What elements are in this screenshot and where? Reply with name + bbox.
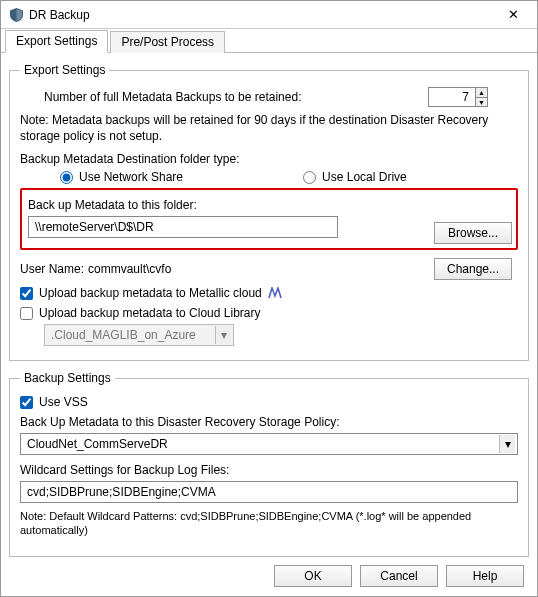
retain-label: Number of full Metadata Backups to be re…	[44, 90, 301, 104]
radio-network-share-input[interactable]	[60, 171, 73, 184]
backup-folder-label: Back up Metadata to this folder:	[28, 198, 197, 212]
wildcard-input[interactable]	[20, 481, 518, 503]
close-button[interactable]: ✕	[493, 2, 533, 28]
backup-folder-input[interactable]	[28, 216, 338, 238]
radio-local-drive[interactable]: Use Local Drive	[303, 170, 407, 184]
help-button[interactable]: Help	[446, 565, 524, 587]
cloud-library-combo-value: .Cloud_MAGLIB_on_Azure	[51, 328, 196, 342]
retain-input[interactable]	[429, 88, 475, 106]
retain-spin-down[interactable]: ▼	[475, 97, 487, 106]
checkbox-use-vss[interactable]: Use VSS	[20, 395, 88, 409]
checkbox-metallic-label: Upload backup metadata to Metallic cloud	[39, 286, 262, 300]
app-icon	[9, 8, 23, 22]
tab-export-settings[interactable]: Export Settings	[5, 30, 108, 53]
chevron-down-icon[interactable]: ▾	[499, 435, 515, 453]
wildcard-note: Note: Default Wildcard Patterns: cvd;SID…	[20, 509, 518, 538]
dialog-button-bar: OK Cancel Help	[4, 559, 534, 593]
retain-spinner[interactable]: ▲ ▼	[428, 87, 488, 107]
checkbox-cloud-library-input[interactable]	[20, 307, 33, 320]
tabbar: Export Settings Pre/Post Process	[1, 29, 537, 53]
export-settings-group: Export Settings Number of full Metadata …	[9, 63, 529, 361]
export-settings-legend: Export Settings	[20, 63, 109, 77]
checkbox-metallic[interactable]: Upload backup metadata to Metallic cloud	[20, 286, 262, 300]
radio-network-share-label: Use Network Share	[79, 170, 183, 184]
cancel-button[interactable]: Cancel	[360, 565, 438, 587]
ok-button[interactable]: OK	[274, 565, 352, 587]
checkbox-cloud-library-label: Upload backup metadata to Cloud Library	[39, 306, 260, 320]
tab-pre-post-process[interactable]: Pre/Post Process	[110, 31, 225, 53]
backup-settings-group: Backup Settings Use VSS Back Up Metadata…	[9, 371, 529, 557]
metallic-icon	[268, 287, 284, 299]
cloud-library-combo: .Cloud_MAGLIB_on_Azure ▾	[44, 324, 234, 346]
username-value: commvault\cvfo	[88, 262, 171, 276]
window-title: DR Backup	[29, 8, 493, 22]
policy-label: Back Up Metadata to this Disaster Recove…	[20, 415, 339, 429]
policy-combo-value: CloudNet_CommServeDR	[27, 437, 168, 451]
titlebar: DR Backup ✕	[1, 1, 537, 29]
radio-local-drive-input[interactable]	[303, 171, 316, 184]
checkbox-use-vss-label: Use VSS	[39, 395, 88, 409]
checkbox-metallic-input[interactable]	[20, 287, 33, 300]
dest-type-label: Backup Metadata Destination folder type:	[20, 152, 239, 166]
checkbox-use-vss-input[interactable]	[20, 396, 33, 409]
radio-local-drive-label: Use Local Drive	[322, 170, 407, 184]
policy-combo[interactable]: CloudNet_CommServeDR ▾	[20, 433, 518, 455]
chevron-down-icon: ▾	[215, 326, 231, 344]
wildcard-label: Wildcard Settings for Backup Log Files:	[20, 463, 229, 477]
username-label: User Name:	[20, 262, 84, 276]
change-button[interactable]: Change...	[434, 258, 512, 280]
retain-spin-up[interactable]: ▲	[475, 88, 487, 97]
browse-button[interactable]: Browse...	[434, 222, 512, 244]
backup-settings-legend: Backup Settings	[20, 371, 115, 385]
radio-network-share[interactable]: Use Network Share	[60, 170, 183, 184]
checkbox-cloud-library[interactable]: Upload backup metadata to Cloud Library	[20, 306, 260, 320]
retain-note: Note: Metadata backups will be retained …	[20, 113, 518, 144]
